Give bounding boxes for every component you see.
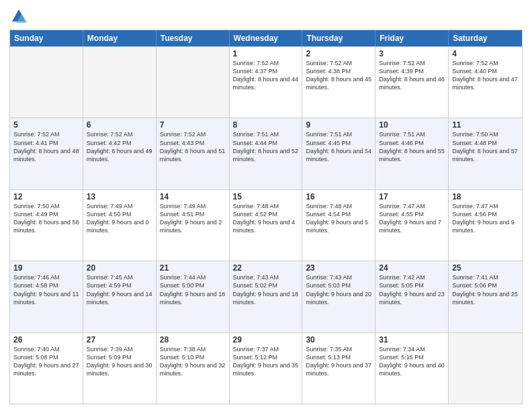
- cell-day-number: 5: [13, 120, 79, 130]
- cell-info: Sunrise: 7:52 AM Sunset: 4:39 PM Dayligh…: [379, 59, 445, 92]
- cell-info: Sunrise: 7:43 AM Sunset: 5:03 PM Dayligh…: [306, 273, 371, 306]
- cell-info: Sunrise: 7:43 AM Sunset: 5:02 PM Dayligh…: [233, 273, 299, 306]
- weeks: 1Sunrise: 7:52 AM Sunset: 4:37 PM Daylig…: [10, 46, 522, 404]
- calendar-cell: 9Sunrise: 7:51 AM Sunset: 4:45 PM Daylig…: [302, 118, 375, 189]
- cell-info: Sunrise: 7:47 AM Sunset: 4:55 PM Dayligh…: [379, 202, 445, 235]
- week-row: 12Sunrise: 7:50 AM Sunset: 4:49 PM Dayli…: [10, 189, 522, 261]
- calendar-cell: 1Sunrise: 7:52 AM Sunset: 4:37 PM Daylig…: [230, 47, 303, 118]
- cell-day-number: 6: [87, 120, 152, 130]
- calendar-cell: 14Sunrise: 7:49 AM Sunset: 4:51 PM Dayli…: [157, 190, 230, 261]
- cell-day-number: 25: [452, 263, 519, 273]
- cell-day-number: 2: [306, 49, 371, 58]
- cell-day-number: 22: [233, 263, 299, 273]
- calendar-cell: 8Sunrise: 7:51 AM Sunset: 4:44 PM Daylig…: [230, 118, 303, 189]
- cell-day-number: 15: [233, 192, 299, 201]
- calendar-cell: 15Sunrise: 7:48 AM Sunset: 4:52 PM Dayli…: [230, 190, 303, 261]
- calendar-cell: 16Sunrise: 7:48 AM Sunset: 4:54 PM Dayli…: [302, 190, 375, 261]
- calendar-cell: 21Sunrise: 7:44 AM Sunset: 5:00 PM Dayli…: [157, 261, 230, 332]
- cell-info: Sunrise: 7:50 AM Sunset: 4:48 PM Dayligh…: [452, 130, 519, 163]
- cell-info: Sunrise: 7:52 AM Sunset: 4:37 PM Dayligh…: [233, 59, 299, 92]
- calendar-cell: 20Sunrise: 7:45 AM Sunset: 4:59 PM Dayli…: [83, 261, 157, 332]
- day-header: Monday: [83, 30, 157, 46]
- cell-info: Sunrise: 7:42 AM Sunset: 5:05 PM Dayligh…: [379, 273, 445, 306]
- calendar-cell: [83, 47, 157, 118]
- cell-day-number: 1: [233, 49, 299, 58]
- calendar-cell: 30Sunrise: 7:35 AM Sunset: 5:13 PM Dayli…: [302, 333, 375, 404]
- week-row: 19Sunrise: 7:46 AM Sunset: 4:58 PM Dayli…: [10, 261, 522, 332]
- cell-day-number: 26: [13, 335, 79, 345]
- cell-info: Sunrise: 7:35 AM Sunset: 5:13 PM Dayligh…: [306, 345, 371, 378]
- week-row: 26Sunrise: 7:40 AM Sunset: 5:08 PM Dayli…: [10, 332, 522, 404]
- cell-day-number: 18: [452, 192, 519, 201]
- cell-day-number: 9: [306, 120, 371, 130]
- cell-day-number: 4: [452, 49, 519, 58]
- calendar-cell: 28Sunrise: 7:38 AM Sunset: 5:10 PM Dayli…: [157, 333, 230, 404]
- day-header: Thursday: [302, 30, 375, 46]
- cell-info: Sunrise: 7:37 AM Sunset: 5:12 PM Dayligh…: [233, 345, 299, 378]
- cell-day-number: 30: [306, 335, 371, 345]
- cell-info: Sunrise: 7:52 AM Sunset: 4:41 PM Dayligh…: [13, 130, 79, 163]
- calendar-cell: 26Sunrise: 7:40 AM Sunset: 5:08 PM Dayli…: [10, 333, 83, 404]
- cell-day-number: 23: [306, 263, 371, 273]
- cell-info: Sunrise: 7:51 AM Sunset: 4:45 PM Dayligh…: [306, 130, 371, 163]
- cell-info: Sunrise: 7:48 AM Sunset: 4:52 PM Dayligh…: [233, 202, 299, 235]
- cell-day-number: 21: [160, 263, 226, 273]
- calendar-cell: 22Sunrise: 7:43 AM Sunset: 5:02 PM Dayli…: [230, 261, 303, 332]
- cell-info: Sunrise: 7:51 AM Sunset: 4:46 PM Dayligh…: [379, 130, 445, 163]
- calendar-cell: [10, 47, 83, 118]
- header: [9, 7, 523, 26]
- day-header: Saturday: [449, 30, 522, 46]
- cell-day-number: 12: [13, 192, 79, 201]
- logo-icon: [9, 7, 28, 26]
- calendar-cell: [449, 333, 522, 404]
- calendar-cell: 5Sunrise: 7:52 AM Sunset: 4:41 PM Daylig…: [10, 118, 83, 189]
- cell-info: Sunrise: 7:46 AM Sunset: 4:58 PM Dayligh…: [13, 273, 79, 306]
- calendar-cell: 19Sunrise: 7:46 AM Sunset: 4:58 PM Dayli…: [10, 261, 83, 332]
- cell-day-number: 14: [160, 192, 226, 201]
- calendar-cell: 4Sunrise: 7:52 AM Sunset: 4:40 PM Daylig…: [449, 47, 522, 118]
- cell-info: Sunrise: 7:52 AM Sunset: 4:43 PM Dayligh…: [160, 130, 226, 163]
- day-header: Friday: [375, 30, 449, 46]
- calendar-cell: 27Sunrise: 7:39 AM Sunset: 5:09 PM Dayli…: [83, 333, 157, 404]
- cell-info: Sunrise: 7:41 AM Sunset: 5:06 PM Dayligh…: [452, 273, 519, 306]
- cell-day-number: 7: [160, 120, 226, 130]
- cell-info: Sunrise: 7:38 AM Sunset: 5:10 PM Dayligh…: [160, 345, 226, 378]
- day-header: Wednesday: [230, 30, 303, 46]
- calendar-cell: 17Sunrise: 7:47 AM Sunset: 4:55 PM Dayli…: [375, 190, 449, 261]
- cell-info: Sunrise: 7:51 AM Sunset: 4:44 PM Dayligh…: [233, 130, 299, 163]
- calendar-cell: 2Sunrise: 7:52 AM Sunset: 4:38 PM Daylig…: [302, 47, 375, 118]
- cell-info: Sunrise: 7:47 AM Sunset: 4:56 PM Dayligh…: [452, 202, 519, 235]
- cell-info: Sunrise: 7:52 AM Sunset: 4:40 PM Dayligh…: [452, 59, 519, 92]
- calendar-cell: 29Sunrise: 7:37 AM Sunset: 5:12 PM Dayli…: [230, 333, 303, 404]
- calendar-cell: 7Sunrise: 7:52 AM Sunset: 4:43 PM Daylig…: [157, 118, 230, 189]
- cell-info: Sunrise: 7:39 AM Sunset: 5:09 PM Dayligh…: [87, 345, 152, 378]
- day-headers: SundayMondayTuesdayWednesdayThursdayFrid…: [10, 30, 522, 46]
- calendar-cell: 13Sunrise: 7:49 AM Sunset: 4:50 PM Dayli…: [83, 190, 157, 261]
- calendar-cell: 3Sunrise: 7:52 AM Sunset: 4:39 PM Daylig…: [375, 47, 449, 118]
- cell-day-number: 20: [87, 263, 152, 273]
- cell-info: Sunrise: 7:49 AM Sunset: 4:50 PM Dayligh…: [87, 202, 152, 235]
- cell-info: Sunrise: 7:34 AM Sunset: 5:15 PM Dayligh…: [379, 345, 445, 378]
- week-row: 1Sunrise: 7:52 AM Sunset: 4:37 PM Daylig…: [10, 46, 522, 118]
- calendar-cell: 10Sunrise: 7:51 AM Sunset: 4:46 PM Dayli…: [375, 118, 449, 189]
- calendar-cell: 12Sunrise: 7:50 AM Sunset: 4:49 PM Dayli…: [10, 190, 83, 261]
- calendar-cell: 25Sunrise: 7:41 AM Sunset: 5:06 PM Dayli…: [449, 261, 522, 332]
- cell-info: Sunrise: 7:44 AM Sunset: 5:00 PM Dayligh…: [160, 273, 226, 306]
- calendar-cell: 11Sunrise: 7:50 AM Sunset: 4:48 PM Dayli…: [449, 118, 522, 189]
- cell-info: Sunrise: 7:49 AM Sunset: 4:51 PM Dayligh…: [160, 202, 226, 235]
- calendar-cell: [157, 47, 230, 118]
- cell-day-number: 24: [379, 263, 445, 273]
- cell-info: Sunrise: 7:45 AM Sunset: 4:59 PM Dayligh…: [87, 273, 152, 306]
- cell-day-number: 31: [379, 335, 445, 345]
- calendar-cell: 6Sunrise: 7:52 AM Sunset: 4:42 PM Daylig…: [83, 118, 157, 189]
- calendar-cell: 23Sunrise: 7:43 AM Sunset: 5:03 PM Dayli…: [302, 261, 375, 332]
- cell-day-number: 11: [452, 120, 519, 130]
- day-header: Tuesday: [157, 30, 230, 46]
- week-row: 5Sunrise: 7:52 AM Sunset: 4:41 PM Daylig…: [10, 118, 522, 189]
- cell-day-number: 17: [379, 192, 445, 201]
- cell-day-number: 3: [379, 49, 445, 58]
- calendar-cell: 31Sunrise: 7:34 AM Sunset: 5:15 PM Dayli…: [375, 333, 449, 404]
- cell-info: Sunrise: 7:50 AM Sunset: 4:49 PM Dayligh…: [13, 202, 79, 235]
- cell-day-number: 10: [379, 120, 445, 130]
- calendar-cell: 18Sunrise: 7:47 AM Sunset: 4:56 PM Dayli…: [449, 190, 522, 261]
